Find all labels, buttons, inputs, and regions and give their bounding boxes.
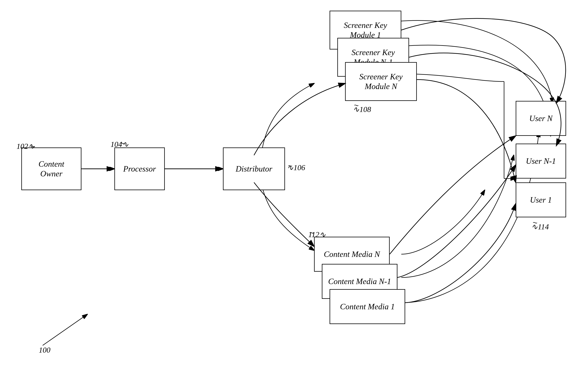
user-1-label: User 1 [530,195,552,205]
distributor-id: ∿106 [287,163,305,172]
user-n1-box: User N-1 [516,144,566,178]
user-1-box: User 1 [516,182,566,217]
user-n-label: User N [529,113,552,123]
content-owner-box: ContentOwner [21,148,81,190]
content-media-1-box: Content Media 1 [330,289,405,324]
user-n-box: User N [516,101,566,136]
content-media-n1-label: Content Media N-1 [328,277,391,286]
content-media-n-id: 112∿ [308,230,326,239]
screener-key-module-id: ∿108 [353,105,371,114]
user-1-id: ∿114 [531,222,549,231]
content-media-n-label: Content Media N [324,249,380,259]
diagram: 100 ContentOwner 102∿ Processor 104∿ Dis… [0,0,588,378]
content-media-1-label: Content Media 1 [340,302,395,311]
screener-key-module-n-label: Screener KeyModule N [359,72,403,91]
fig-arrow [39,310,97,349]
screener-key-module-n-box: Screener KeyModule N [345,62,417,101]
processor-box: Processor [114,148,165,190]
processor-id: 104∿ [111,140,129,149]
user-n1-label: User N-1 [526,156,556,166]
screener-key-module-1-label: Screener KeyModule 1 [344,20,387,40]
svg-line-5 [43,314,87,345]
distributor-label: Distributor [236,164,272,174]
content-owner-label: ContentOwner [38,159,64,179]
content-owner-id: 102∿ [16,142,35,151]
processor-label: Processor [123,164,156,174]
distributor-box: Distributor [223,148,285,190]
